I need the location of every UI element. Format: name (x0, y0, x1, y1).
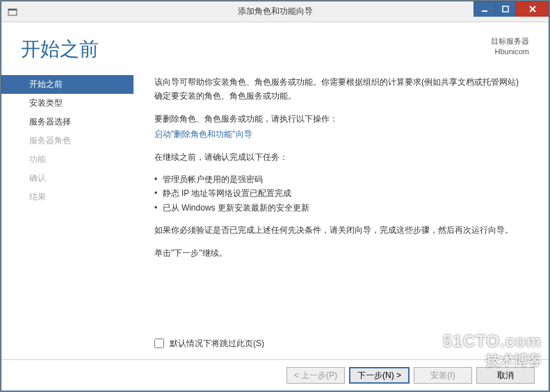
prereq-list: 管理员帐户使用的是强密码 静态 IP 地址等网络设置已配置完成 已从 Windo… (154, 172, 522, 215)
body: 开始之前 安装类型 服务器选择 服务器角色 功能 确认 结果 该向导可帮助你安装… (1, 63, 549, 359)
svg-rect-3 (503, 6, 508, 12)
prereq-item: 已从 Windows 更新安装最新的安全更新 (154, 201, 522, 215)
skip-checkbox-label[interactable]: 默认情况下将跳过此页(S) (154, 336, 522, 350)
skip-checkbox[interactable] (154, 338, 164, 348)
sidebar-item-results: 结果 (1, 188, 134, 206)
sidebar-item-confirmation: 确认 (1, 169, 134, 188)
verify-note: 如果你必须验证是否已完成上述任何先决条件，请关闭向导，完成这些步骤，然后再次运行… (154, 223, 522, 237)
window-title: 添加角色和功能向导 (238, 6, 313, 17)
remove-wizard-link[interactable]: 启动"删除角色和功能"向导 (154, 127, 522, 141)
sidebar-item-features: 功能 (1, 150, 134, 169)
skip-checkbox-text: 默认情况下将跳过此页(S) (170, 336, 264, 350)
sidebar-item-server-roles: 服务器角色 (1, 131, 134, 150)
svg-rect-1 (8, 9, 17, 10)
footer: < 上一步(P) 下一步(N) > 安装(I) 取消 (1, 359, 549, 391)
intro-text: 该向导可帮助你安装角色、角色服务或功能。你需要根据组织的计算要求(例如共享文档或… (154, 75, 522, 104)
content-area: 开始之前 目标服务器 Hbunicom 开始之前 安装类型 服务器选择 服务器角… (1, 22, 549, 391)
sidebar-item-install-type[interactable]: 安装类型 (1, 94, 134, 113)
header: 开始之前 目标服务器 Hbunicom (1, 22, 549, 63)
page-title: 开始之前 (21, 36, 99, 63)
destination-label: 目标服务器 (491, 36, 529, 47)
maximize-button[interactable] (494, 1, 515, 17)
prereq-item: 管理员帐户使用的是强密码 (154, 172, 522, 186)
install-button: 安装(I) (414, 367, 472, 384)
cancel-button[interactable]: 取消 (476, 367, 535, 384)
destination-server: Hbunicom (491, 47, 529, 57)
continue-note: 单击"下一步"继续。 (154, 246, 522, 260)
destination-info: 目标服务器 Hbunicom (491, 36, 529, 58)
remove-label: 要删除角色、角色服务或功能，请执行以下操作： (154, 112, 522, 126)
next-button[interactable]: 下一步(N) > (349, 367, 410, 384)
sidebar-item-before-you-begin[interactable]: 开始之前 (1, 75, 134, 94)
titlebar: 添加角色和功能向导 (1, 1, 549, 22)
wizard-window: 添加角色和功能向导 开始之前 目标服务器 Hbunicom 开始之前 安装类型 … (1, 1, 549, 391)
prev-button: < 上一步(P) (286, 367, 345, 384)
sidebar-item-server-selection[interactable]: 服务器选择 (1, 113, 134, 131)
window-controls (474, 1, 549, 17)
sidebar: 开始之前 安装类型 服务器选择 服务器角色 功能 确认 结果 (1, 75, 134, 359)
minimize-button[interactable] (474, 1, 494, 17)
confirm-label: 在继续之前，请确认完成以下任务： (154, 150, 522, 164)
app-icon (7, 6, 18, 17)
close-button[interactable] (515, 1, 549, 17)
prereq-item: 静态 IP 地址等网络设置已配置完成 (154, 186, 522, 200)
main-panel: 该向导可帮助你安装角色、角色服务或功能。你需要根据组织的计算要求(例如共享文档或… (134, 75, 529, 359)
